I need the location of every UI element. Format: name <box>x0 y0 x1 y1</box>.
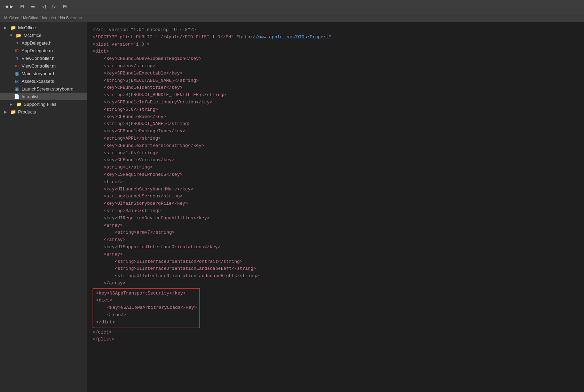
line-plist-close: </plist> <box>93 336 578 343</box>
toolbar-hierarchy[interactable]: ☰ <box>29 3 37 10</box>
h-icon-2: h <box>14 55 19 61</box>
line-dict-open: <dict> <box>93 48 578 55</box>
supporting-triangle-icon: ▶ <box>8 101 14 107</box>
toolbar-menu[interactable]: ⊞ <box>18 3 26 10</box>
sidebar-root-label: McOffice <box>18 25 36 30</box>
line-plist-open: <plist version="1.0"> <box>93 41 578 48</box>
line-key-infodict: <key>CFBundleInfoDictionaryVersion</key> <box>93 99 578 106</box>
supporting-folder-icon: 📁 <box>16 101 22 107</box>
line-str-landscapeleft: <string>UIInterfaceOrientationLandscapeL… <box>93 265 578 273</box>
sidebar-item-label: ViewController.h <box>22 56 54 61</box>
breadcrumb-sep-3: / <box>58 16 59 20</box>
group-triangle-icon: ▼ <box>8 32 14 38</box>
line-str-60: <string>6.0</string> <box>93 106 578 113</box>
line-key-nsallowsarbitraryloads: <key>NSAllowsArbitraryLoads</key> <box>96 304 197 312</box>
highlight-block: <key>NSAppTransportSecurity</key> <dict>… <box>93 288 200 328</box>
breadcrumb-selection: No Selection <box>60 16 82 20</box>
line-key-name: <key>CFBundleName</key> <box>93 113 578 121</box>
line-key-shortver: <key>CFBundleShortVersionString</key> <box>93 142 578 150</box>
breadcrumb-file[interactable]: Info.plist <box>42 16 56 20</box>
line-str-executable: <string>$(EXECUTABLE_NAME)</string> <box>93 77 578 85</box>
line-str-1: <string>1</string> <box>93 164 578 171</box>
h-icon-1: h <box>14 40 19 46</box>
sidebar-item-launchscreen[interactable]: ▦ LaunchScreen.storyboard <box>0 85 87 93</box>
sidebar-group-mcoffice[interactable]: ▼ 📂 McOffice <box>0 31 87 39</box>
sidebar-item-assets[interactable]: ⊞ Assets.xcassets <box>0 77 87 85</box>
line-key-nsapptransport: <key>NSAppTransportSecurity</key> <box>96 290 197 297</box>
sidebar-item-label: Main.storyboard <box>22 71 54 76</box>
line-doctype: <!DOCTYPE plist PUBLIC "-//Apple//DTD PL… <box>93 34 578 41</box>
sidebar-item-mainstoryboard[interactable]: ▦ Main.storyboard <box>0 70 87 77</box>
sidebar-item-label: Products <box>18 109 36 115</box>
sidebar-group-label: McOffice <box>24 33 41 38</box>
sidebar-item-appdelegatem[interactable]: m AppDelegate.m <box>0 47 87 54</box>
sidebar-item-label: Info.plist <box>22 94 38 99</box>
line-array2-close: </array> <box>93 280 578 287</box>
sidebar-item-supportingfiles[interactable]: ▶ 📁 Supporting Files <box>0 100 87 108</box>
line-array-close: </array> <box>93 236 578 244</box>
line-key-packagetype: <key>CFBundlePackageType</key> <box>93 128 578 135</box>
line-dict-close: </dict> <box>93 329 578 336</box>
line-true-ls: <true/> <box>93 179 578 186</box>
line-str-10: <string>1.0</string> <box>93 150 578 157</box>
products-triangle-icon: ▶ <box>3 109 8 115</box>
breadcrumb-sep-2: / <box>39 16 40 20</box>
line-highlight-dict-open: <dict> <box>96 297 197 304</box>
line-key-devicecaps: <key>UIRequiredDeviceCapabilities</key> <box>93 215 578 222</box>
line-array2-open: <array> <box>93 251 578 258</box>
products-folder-icon: 📁 <box>10 109 16 115</box>
line-str-main: <string>Main</string> <box>93 207 578 215</box>
toolbar-back-forward[interactable]: ◀ ▶ <box>3 3 15 10</box>
toolbar-next[interactable]: ▷ <box>50 3 58 10</box>
line-key-identifier: <key>CFBundleIdentifier</key> <box>93 84 578 92</box>
line-true-nsallows: <true/> <box>96 312 197 319</box>
root-folder-icon: 📁 <box>10 25 16 30</box>
sidebar-item-infoplist[interactable]: 📄 Info.plist <box>0 93 87 100</box>
sidebar: ▶ 📁 McOffice ▼ 📂 McOffice h AppDelegate.… <box>0 22 87 392</box>
line-str-armv7: <string>armv7</string> <box>93 229 578 236</box>
line-str-identifier: <string>$(PRODUCT_BUNDLE_IDENTIFIER)</st… <box>93 92 578 99</box>
storyboard-icon-2: ▦ <box>14 86 19 92</box>
toolbar: ◀ ▶ ⊞ ☰ ◁ ▷ ⊟ <box>0 0 584 13</box>
sidebar-item-appdelegateh[interactable]: h AppDelegate.h <box>0 39 87 47</box>
breadcrumb-sep-1: / <box>21 16 22 20</box>
line-key-lsrequires: <key>LSRequiresIPhoneOS</key> <box>93 171 578 179</box>
sidebar-item-label: Supporting Files <box>24 102 56 107</box>
assets-icon: ⊞ <box>14 78 19 84</box>
line-key-orientations: <key>UISupportedInterfaceOrientations</k… <box>93 244 578 251</box>
toolbar-split[interactable]: ⊟ <box>61 3 69 10</box>
m-icon-2: m <box>14 63 19 69</box>
toolbar-prev[interactable]: ◁ <box>40 3 48 10</box>
line-str-landscaperight: <string>UIInterfaceOrientationLandscapeR… <box>93 273 578 280</box>
line-highlight-dict-close: </dict> <box>96 319 197 326</box>
line-str-portrait: <string>UIInterfaceOrientationPortrait</… <box>93 258 578 266</box>
main-layout: ▶ 📁 McOffice ▼ 📂 McOffice h AppDelegate.… <box>0 22 584 392</box>
breadcrumb: McOffice / McOffice / Info.plist / No Se… <box>0 13 584 22</box>
triangle-icon: ▶ <box>3 25 8 30</box>
line-key-launchstoryboard: <key>UILaunchStoryboardName</key> <box>93 186 578 193</box>
storyboard-icon-1: ▦ <box>14 71 19 76</box>
sidebar-item-label: ViewController.m <box>22 63 56 69</box>
m-icon-1: m <box>14 48 19 53</box>
line-key-executable: <key>CFBundleExecutable</key> <box>93 70 578 77</box>
line-array-open: <array> <box>93 222 578 229</box>
breadcrumb-project[interactable]: McOffice <box>4 16 19 20</box>
sidebar-item-viewcontrollerh[interactable]: h ViewController.h <box>0 54 87 62</box>
sidebar-item-label: Assets.xcassets <box>22 79 54 84</box>
breadcrumb-group[interactable]: McOffice <box>23 16 38 20</box>
sidebar-root[interactable]: ▶ 📁 McOffice <box>0 24 87 31</box>
line-xml-pi: <?xml version="1.0" encoding="UTF-8"?> <box>93 26 578 34</box>
line-str-appl: <string>APPL</string> <box>93 135 578 142</box>
line-str-product-name: <string>$(PRODUCT_NAME)</string> <box>93 120 578 128</box>
line-key-mainstoryboard: <key>UIMainStoryboardFile</key> <box>93 200 578 207</box>
sidebar-item-label: LaunchScreen.storyboard <box>22 86 73 92</box>
sidebar-item-viewcontrollerm[interactable]: m ViewController.m <box>0 62 87 70</box>
group-folder-icon: 📂 <box>16 32 22 38</box>
sidebar-item-products[interactable]: ▶ 📁 Products <box>0 108 87 116</box>
line-key-version: <key>CFBundleVersion</key> <box>93 157 578 164</box>
line-key-devregion: <key>CFBundleDevelopmentRegion</key> <box>93 55 578 63</box>
code-editor[interactable]: <?xml version="1.0" encoding="UTF-8"?> <… <box>87 22 584 392</box>
line-str-en: <string>en</string> <box>93 63 578 70</box>
line-str-launchscreen: <string>LaunchScreen</string> <box>93 193 578 200</box>
plist-icon: 📄 <box>14 94 19 99</box>
